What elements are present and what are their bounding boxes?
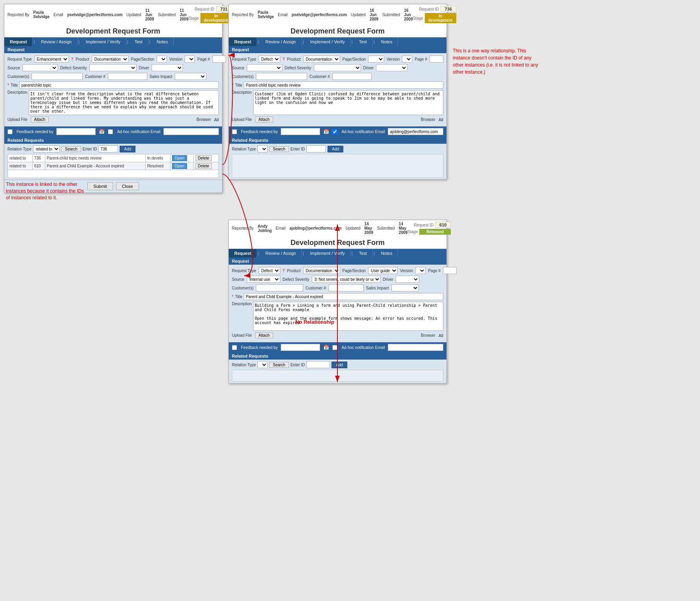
- attach-button[interactable]: Attach: [31, 117, 49, 122]
- open-button[interactable]: Open: [172, 163, 187, 169]
- feedback-date-input[interactable]: [56, 128, 96, 135]
- product-select[interactable]: Documentation: [92, 56, 129, 63]
- feedback-checkbox[interactable]: [232, 345, 237, 350]
- customer-num-input[interactable]: [108, 73, 147, 80]
- feedback-date-input[interactable]: [281, 344, 320, 351]
- enter-id-input[interactable]: [98, 145, 118, 152]
- tab-test-731[interactable]: Test: [129, 37, 148, 46]
- adhoc-checkbox[interactable]: [332, 345, 337, 350]
- customers-label: Customer(s): [7, 74, 29, 79]
- tab-implement-610[interactable]: Implement / Verify: [305, 249, 351, 258]
- page-section-select[interactable]: [157, 56, 167, 63]
- adhoc-email-input[interactable]: [388, 344, 443, 351]
- source-select[interactable]: Internal use: [247, 276, 280, 283]
- version-select[interactable]: [415, 267, 426, 274]
- customer-row: Customer(s) Customer # Sales Impact: [7, 73, 219, 80]
- sales-impact-select[interactable]: [391, 284, 419, 291]
- desc-textarea[interactable]: Customer (Jim at Ogden Clinic) confused …: [253, 90, 443, 115]
- add-button-610[interactable]: Add: [331, 362, 347, 368]
- tab-implement-731[interactable]: Implement / Verify: [80, 37, 126, 46]
- page-section-select[interactable]: User guide: [368, 267, 398, 274]
- enter-id-input[interactable]: [306, 361, 330, 368]
- title-label: Title: [11, 83, 18, 87]
- relation-type-select[interactable]: [257, 145, 268, 152]
- version-select[interactable]: [185, 56, 195, 63]
- tab-test-736[interactable]: Test: [354, 37, 373, 46]
- tab-test-610[interactable]: Test: [354, 249, 373, 258]
- close-button-731[interactable]: Close: [116, 182, 139, 190]
- adhoc-email-input[interactable]: [163, 128, 219, 135]
- version-select[interactable]: [402, 56, 412, 63]
- product-label: Product: [287, 57, 300, 61]
- defect-severity-select[interactable]: 3: Not severe, could be likely or unlike…: [312, 276, 381, 283]
- search-button-731[interactable]: Search: [61, 146, 81, 152]
- related-status-cell: Resolved: [145, 162, 170, 170]
- relation-type-select[interactable]: related to: [33, 145, 60, 152]
- feedback-date-input[interactable]: [281, 128, 320, 135]
- tab-review-731[interactable]: Review / Assign: [35, 37, 78, 46]
- request-type-select[interactable]: Defect: [259, 267, 280, 274]
- source-select[interactable]: [22, 64, 58, 71]
- product-select[interactable]: Documentation: [303, 267, 340, 274]
- source-select[interactable]: [247, 64, 282, 71]
- customer-num-input[interactable]: [328, 284, 364, 291]
- tab-review-610[interactable]: Review / Assign: [260, 249, 302, 258]
- delete-button[interactable]: Delete: [195, 163, 212, 169]
- add-button-731[interactable]: Add: [120, 146, 135, 152]
- customers-input[interactable]: [256, 73, 307, 80]
- submit-button-731[interactable]: Submit: [87, 182, 113, 190]
- page-label: Page #: [428, 269, 441, 273]
- feedback-checkbox[interactable]: [232, 129, 237, 134]
- page-input[interactable]: [430, 56, 443, 63]
- related-empty-area-610: [232, 370, 443, 382]
- enter-id-input[interactable]: [306, 145, 326, 152]
- submitted-date: 14 May 2009: [399, 222, 407, 235]
- sales-impact-select[interactable]: [175, 73, 206, 80]
- search-button-610[interactable]: Search: [269, 362, 289, 368]
- add-button-736[interactable]: Add: [328, 146, 343, 152]
- title-input[interactable]: [244, 82, 443, 89]
- open-button[interactable]: Open: [172, 155, 187, 161]
- table-row: related to 610 Parent and Child Example …: [8, 162, 219, 170]
- tab-request-731[interactable]: Request: [4, 37, 33, 46]
- tab-review-736[interactable]: Review / Assign: [260, 37, 302, 46]
- adhoc-checkbox[interactable]: [108, 129, 113, 134]
- adhoc-checkbox[interactable]: [332, 129, 337, 134]
- customer-num-input[interactable]: [332, 73, 372, 80]
- request-type-select[interactable]: Defect: [259, 56, 280, 63]
- page-section-select[interactable]: [368, 56, 384, 63]
- attach-button[interactable]: Attach: [255, 117, 273, 122]
- title-input[interactable]: [19, 82, 219, 89]
- page-input[interactable]: [443, 267, 457, 274]
- attach-button[interactable]: Attach: [255, 332, 273, 338]
- defect-severity-select[interactable]: [89, 64, 137, 71]
- tab-notes-610[interactable]: Notes: [376, 249, 398, 258]
- product-select[interactable]: Documentation: [303, 56, 340, 63]
- desc-textarea[interactable]: It isn't clear from the description what…: [29, 90, 219, 115]
- title-input[interactable]: [244, 293, 443, 300]
- tab-notes-731[interactable]: Notes: [151, 37, 174, 46]
- page-input[interactable]: [212, 56, 226, 63]
- reported-by-label: Reported By: [232, 226, 254, 230]
- driver-select[interactable]: [376, 64, 407, 71]
- feedback-row-736: Feedback needed by 📅 Ad-hoc notification…: [229, 126, 446, 137]
- related-controls-731: Relation Type related to Search Enter ID…: [7, 145, 219, 152]
- browser-label: Browser: [196, 117, 211, 122]
- defect-severity-select[interactable]: [314, 64, 361, 71]
- customers-input[interactable]: [256, 284, 303, 291]
- delete-button[interactable]: Delete: [195, 155, 212, 161]
- tab-notes-736[interactable]: Notes: [376, 37, 398, 46]
- search-button-736[interactable]: Search: [269, 146, 289, 152]
- adhoc-email-input[interactable]: [388, 128, 443, 135]
- relation-type-select[interactable]: [257, 361, 268, 368]
- request-type-select[interactable]: Enhancement: [34, 56, 69, 63]
- feedback-checkbox[interactable]: [7, 129, 13, 134]
- desc-textarea[interactable]: Building a Form > Linking a form and usi…: [253, 302, 443, 331]
- driver-select[interactable]: [152, 64, 183, 71]
- tab-request-610[interactable]: Request: [229, 249, 257, 258]
- tab-implement-736[interactable]: Implement / Verify: [305, 37, 351, 46]
- tab-request-736[interactable]: Request: [229, 37, 257, 46]
- driver-select[interactable]: [396, 276, 419, 283]
- related-body-610: Relation Type Search Enter ID Add: [229, 360, 446, 383]
- customers-input[interactable]: [31, 73, 83, 80]
